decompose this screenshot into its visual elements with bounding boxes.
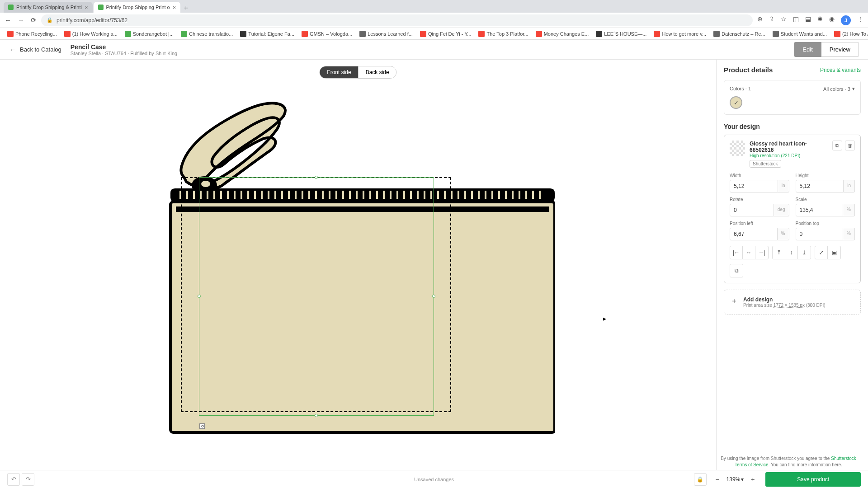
close-icon[interactable]: × [85,4,88,11]
bookmark-item[interactable]: Tutorial: Eigene Fa... [237,30,297,38]
svg-rect-8 [220,191,222,199]
camera-icon[interactable]: ◉ [829,15,835,25]
svg-rect-44 [464,191,466,199]
bookmark-favicon [64,31,71,37]
align-hcenter-icon[interactable]: ↔ [743,246,755,259]
back-side-tab[interactable]: Back side [359,66,396,78]
delete-icon[interactable]: 🗑 [845,141,855,150]
new-tab-button[interactable]: + [181,4,190,13]
fill-icon[interactable]: ▣ [828,246,840,259]
scale-input[interactable] [796,204,844,216]
position-top-input[interactable] [796,228,844,240]
star-icon[interactable]: ☆ [781,15,787,25]
bookmark-item[interactable]: How to get more v... [651,30,709,38]
bookmark-favicon [536,31,542,37]
bookmark-item[interactable]: (1) How Working a... [61,30,120,38]
svg-rect-39 [430,191,432,199]
bottom-bar: ↶ ↷ Unsaved changes 🔒 − 139%▾ + Save pro… [0,470,868,488]
zoom-out-icon[interactable]: − [712,474,723,485]
edit-button[interactable]: Edit [794,42,821,57]
avatar[interactable]: J [841,15,851,25]
scale-label: Scale [796,197,855,202]
position-left-label: Position left [730,221,789,226]
add-design-subtitle: Print area size 1772 × 1535 px (300 DPI) [743,303,826,308]
extension-icon[interactable]: ⬓ [805,15,811,25]
bookmark-item[interactable]: Datenschutz – Re... [711,30,768,38]
bookmark-item[interactable]: The Top 3 Platfor... [476,30,531,38]
duplicate-layer-icon[interactable]: ⧉ [730,264,743,277]
bookmark-label: (1) How Working a... [72,31,118,37]
bookmark-item[interactable]: GMSN – Vologda... [299,30,355,38]
back-label: Back to Catalog [20,46,61,53]
extension-icon[interactable]: ◫ [793,15,799,25]
puzzle-icon[interactable]: ✱ [817,15,823,25]
svg-rect-14 [261,191,263,199]
fit-icon[interactable]: ⤢ [815,246,828,259]
zoom-in-icon[interactable]: + [747,474,758,485]
bookmark-label: How to get more v... [662,31,706,37]
position-left-input[interactable] [730,228,778,240]
bookmark-item[interactable]: LEE´S HOUSE—... [593,30,649,38]
svg-rect-18 [288,191,290,199]
svg-rect-35 [403,191,405,199]
back-icon[interactable]: ← [5,16,11,24]
forward-icon[interactable]: → [18,16,24,24]
align-top-icon[interactable]: ⤒ [773,246,785,259]
color-swatch[interactable] [730,96,742,109]
unit-label: % [843,204,855,216]
front-side-tab[interactable]: Front side [320,66,358,78]
undo-icon[interactable]: ↶ [7,473,20,486]
menu-icon[interactable]: ⋮ [857,15,863,25]
bookmark-item[interactable]: Money Changes E... [533,30,592,38]
back-to-catalog[interactable]: ← Back to Catalog [9,46,61,54]
browser-tab-0[interactable]: Printify Drop Shipping & Printi × [4,2,93,13]
design-source-tag: Shutterstock [750,160,781,168]
url-bar[interactable]: 🔒 printify.com/app/editor/753/62 [41,14,753,26]
rotate-input[interactable] [730,204,774,216]
status-text: Unsaved changes [414,477,454,482]
height-input[interactable] [796,180,844,192]
bookmark-item[interactable]: (2) How To Add A... [831,30,868,38]
url-text: printify.com/app/editor/753/62 [57,17,127,23]
align-left-icon[interactable]: |← [730,246,743,259]
lock-icon[interactable]: 🔒 [694,473,707,486]
svg-rect-37 [417,191,419,199]
align-bottom-icon[interactable]: ⤓ [798,246,811,259]
all-colors-dropdown[interactable]: All colors · 3 ▾ [823,86,855,92]
design-resolution: High resolution (221 DPI) [750,153,828,158]
preview-button[interactable]: Preview [821,42,859,57]
bookmark-item[interactable]: Chinese translatio... [178,30,236,38]
bookmark-label: Student Wants and... [781,31,827,37]
bookmark-item[interactable]: Lessons Learned f... [357,30,415,38]
reload-icon[interactable]: ⟳ [31,16,37,24]
width-label: Width [730,173,789,178]
svg-rect-23 [322,191,324,199]
bookmark-favicon [478,31,485,37]
svg-rect-3 [186,191,188,199]
copy-icon[interactable]: ⧉ [832,141,842,150]
add-design-button[interactable]: ＋ Add design Print area size 1772 × 1535… [724,290,861,314]
height-label: Height [796,173,855,178]
prices-variants-link[interactable]: Prices & variants [820,67,861,73]
width-input[interactable] [730,180,778,192]
svg-rect-16 [274,191,276,199]
zoom-dropdown[interactable]: 139%▾ [725,476,746,483]
redo-icon[interactable]: ↷ [22,473,34,486]
close-icon[interactable]: × [173,4,176,11]
save-product-button[interactable]: Save product [765,472,861,487]
browser-tab-1[interactable]: Printify Drop Shipping Print o × [94,2,181,13]
svg-rect-38 [424,191,425,199]
tab-title: Printify Drop Shipping & Printi [16,5,82,10]
bookmark-item[interactable]: Qing Fei De Yi - Y... [417,30,474,38]
share-icon[interactable]: ⇪ [769,15,774,25]
bookmark-item[interactable]: Student Wants and... [770,30,830,38]
app-header: ← Back to Catalog Pencil Case Stanley St… [0,40,868,60]
align-right-icon[interactable]: →| [755,246,768,259]
bookmark-item[interactable]: Sonderangebot |... [122,30,176,38]
translate-icon[interactable]: ⊕ [757,15,763,25]
align-vcenter-icon[interactable]: ↕ [785,246,798,259]
design-thumbnail[interactable] [730,141,745,156]
canvas-area[interactable]: Front side Back side ⟲ ▸ [0,60,716,472]
bookmark-item[interactable]: Phone Recycling... [5,30,60,38]
bookmark-label: Money Changes E... [544,31,589,37]
